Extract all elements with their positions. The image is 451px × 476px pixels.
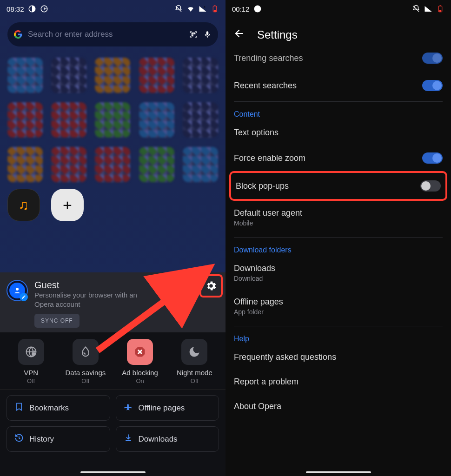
dnd-icon (174, 5, 183, 13)
svg-rect-5 (214, 6, 216, 7)
svg-text:x: x (204, 5, 206, 8)
svg-rect-6 (192, 33, 193, 34)
row-text-options[interactable]: Text options (234, 120, 443, 145)
block-popups-highlight: Block pop-ups (229, 171, 447, 201)
svg-rect-7 (194, 33, 195, 34)
speed-dial-tile[interactable] (139, 58, 174, 93)
speed-dial-tile[interactable] (7, 147, 43, 182)
bookmarks-chip[interactable]: Bookmarks (7, 395, 110, 421)
settings-highlight (199, 274, 223, 298)
speed-dial-tile[interactable] (51, 102, 86, 138)
row-recent-searches[interactable]: Recent searches (234, 73, 443, 99)
row-downloads-folder[interactable]: Downloads Download (234, 256, 443, 290)
speed-dial-tile[interactable] (95, 147, 130, 182)
row-about-opera[interactable]: About Opera (234, 394, 443, 419)
search-bar[interactable]: Search or enter address (7, 22, 218, 46)
status-bar: 08:32 x (0, 0, 226, 18)
clock: 00:12 (232, 5, 250, 13)
battery-low-icon (211, 5, 219, 13)
speed-dial-tile[interactable] (7, 102, 43, 138)
row-default-user-agent[interactable]: Default user agent Mobile (234, 201, 443, 234)
quick-data-savings[interactable]: Data savings Off (58, 339, 113, 384)
section-content: Content (234, 102, 443, 120)
quick-ad-blocking[interactable]: Ad blocking On (113, 339, 167, 384)
speed-dial-tile[interactable] (7, 58, 43, 93)
section-help: Help (234, 326, 443, 345)
signal-icon: x (424, 5, 432, 13)
mic-icon[interactable] (203, 30, 212, 39)
search-placeholder: Search or enter address (28, 30, 184, 39)
plane-icon (124, 402, 133, 414)
downloads-chip[interactable]: Downloads (116, 426, 219, 452)
download-icon (124, 433, 133, 445)
clock: 08:32 (7, 5, 24, 13)
toggle-trending[interactable] (422, 53, 443, 64)
svg-rect-12 (32, 352, 35, 356)
svg-rect-17 (439, 10, 442, 12)
power-button[interactable] (175, 278, 191, 294)
google-icon (40, 5, 48, 13)
status-bar: 00:12 x (226, 0, 451, 18)
row-report-problem[interactable]: Report a problem (234, 370, 443, 394)
quick-vpn[interactable]: VPN Off (4, 339, 58, 384)
svg-text:x: x (429, 5, 431, 8)
settings-gear-button[interactable] (203, 278, 219, 294)
quick-night-mode[interactable]: Night mode Off (167, 339, 222, 384)
svg-point-9 (16, 288, 19, 291)
row-faq[interactable]: Frequently asked questions (234, 345, 443, 370)
opera-home-screen: 08:32 x Search or enter address (0, 0, 226, 476)
toggle-recent[interactable] (422, 80, 443, 91)
section-download-folders: Download folders (234, 238, 443, 256)
toggle-force-zoom[interactable] (422, 152, 443, 164)
wifi-icon (186, 5, 195, 13)
speed-dial-tile[interactable] (51, 58, 86, 93)
firefox-icon (28, 5, 36, 13)
speed-dial-tile[interactable] (139, 102, 174, 138)
whatsapp-icon (253, 5, 262, 13)
row-block-popups[interactable]: Block pop-ups (236, 173, 441, 199)
home-indicator (80, 471, 146, 473)
opera-settings-screen: 00:12 x Settings Trending searches Recen… (226, 0, 451, 476)
svg-rect-18 (440, 6, 441, 7)
profile-name: Guest (34, 280, 175, 291)
offline-pages-chip[interactable]: Offline pages (116, 395, 219, 421)
add-tile-button[interactable]: + (51, 189, 84, 221)
music-tile[interactable]: ♫ (7, 189, 40, 221)
signal-icon: x (199, 5, 207, 13)
speed-dial-tile[interactable] (183, 147, 218, 182)
avatar-edit-icon (20, 293, 28, 301)
history-icon (14, 433, 24, 445)
profile-subtitle: Personalise your browser with an Opera a… (34, 291, 155, 310)
svg-rect-4 (214, 10, 216, 12)
speed-dial-tile[interactable] (51, 147, 86, 182)
svg-rect-8 (192, 35, 193, 36)
speed-dial-tile[interactable] (183, 58, 218, 93)
back-button[interactable] (234, 28, 245, 42)
row-offline-pages-folder[interactable]: Offline pages App folder (234, 290, 443, 323)
avatar[interactable] (7, 280, 28, 301)
speed-dial-tile[interactable] (95, 58, 130, 93)
speed-dial-grid (0, 51, 226, 187)
qr-scan-icon[interactable] (189, 30, 198, 39)
row-force-zoom[interactable]: Force enable zoom (234, 145, 443, 171)
page-title: Settings (257, 28, 298, 41)
dnd-icon (412, 5, 420, 13)
sync-chip[interactable]: SYNC OFF (34, 314, 80, 328)
bookmark-icon (14, 402, 24, 414)
history-chip[interactable]: History (7, 426, 110, 452)
toggle-block-popups[interactable] (420, 180, 441, 192)
battery-low-icon (436, 5, 444, 13)
speed-dial-tile[interactable] (139, 147, 174, 182)
speed-dial-tile[interactable] (95, 102, 130, 138)
row-trending-searches[interactable]: Trending searches (234, 48, 443, 73)
home-indicator (306, 471, 371, 473)
speed-dial-tile[interactable] (183, 102, 218, 138)
bottom-sheet: Guest Personalise your browser with an O… (0, 272, 226, 476)
google-g-icon (14, 30, 22, 39)
